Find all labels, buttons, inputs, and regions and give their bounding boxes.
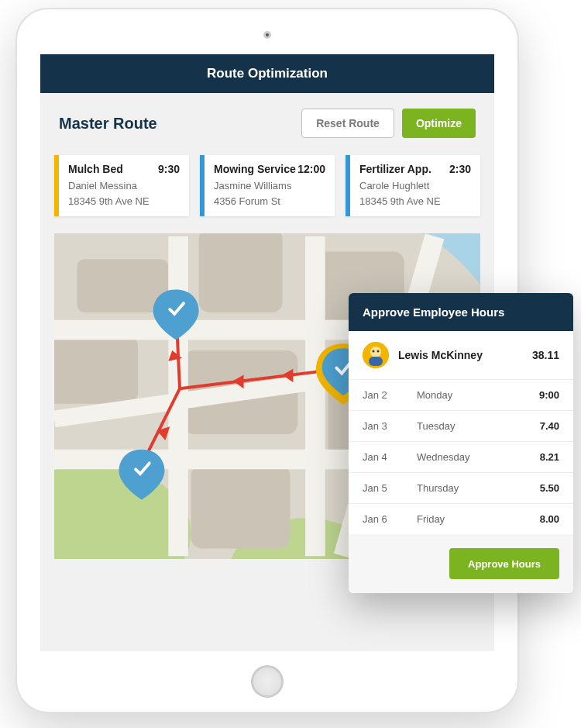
avatar xyxy=(363,342,389,368)
svg-rect-9 xyxy=(191,464,290,548)
approve-hours-card: Approve Employee Hours Lewis McKinney 38… xyxy=(349,293,573,593)
hours-date: Jan 5 xyxy=(363,482,417,494)
job-title: Fertilizer App. xyxy=(359,163,431,175)
hours-row[interactable]: Jan 6 Friday 8.00 xyxy=(349,504,573,534)
job-title: Mulch Bed xyxy=(68,163,123,175)
svg-point-23 xyxy=(370,347,381,357)
tablet-camera xyxy=(263,31,271,39)
approve-hours-title: Approve Employee Hours xyxy=(349,293,573,331)
job-card-row: Mulch Bed 9:30 Daniel Messina 18345 9th … xyxy=(40,138,494,216)
job-client: Jasmine Williams xyxy=(214,178,325,194)
hours-row[interactable]: Jan 5 Thursday 5.50 xyxy=(349,473,573,504)
svg-point-25 xyxy=(373,350,375,353)
hours-value: 8.00 xyxy=(540,513,559,525)
job-client: Daniel Messina xyxy=(68,178,180,194)
job-time: 12:00 xyxy=(297,163,325,175)
page-title: Route Optimization xyxy=(207,66,328,81)
tablet-home-button[interactable] xyxy=(251,665,284,698)
approve-hours-button[interactable]: Approve Hours xyxy=(449,548,559,579)
job-address: 4356 Forum St xyxy=(214,194,325,209)
hours-value: 9:00 xyxy=(539,389,559,401)
hours-value: 5.50 xyxy=(540,482,559,494)
toolbar: Master Route Reset Route Optimize xyxy=(40,93,494,138)
hours-value: 7.40 xyxy=(540,420,559,432)
svg-point-26 xyxy=(377,350,380,353)
job-time: 2:30 xyxy=(449,163,471,175)
svg-rect-13 xyxy=(305,236,325,557)
hours-row[interactable]: Jan 4 Wednesday 8.21 xyxy=(349,442,573,473)
optimize-button[interactable]: Optimize xyxy=(402,109,476,138)
hours-value: 8.21 xyxy=(540,451,559,463)
job-time: 9:30 xyxy=(158,163,180,175)
reset-route-button[interactable]: Reset Route xyxy=(301,109,394,138)
hours-day: Thursday xyxy=(417,482,540,494)
hours-day: Wednesday xyxy=(417,451,540,463)
hours-date: Jan 6 xyxy=(363,513,417,525)
job-address: 18345 9th Ave NE xyxy=(68,194,180,209)
svg-rect-4 xyxy=(54,335,138,403)
hours-list: Jan 2 Monday 9:00 Jan 3 Tuesday 7.40 Jan… xyxy=(349,380,573,534)
employee-row[interactable]: Lewis McKinney 38.11 xyxy=(349,331,573,380)
section-title: Master Route xyxy=(59,115,301,133)
job-card[interactable]: Fertilizer App. 2:30 Carole Hughlett 183… xyxy=(346,155,480,216)
app-header: Route Optimization xyxy=(40,54,494,93)
svg-rect-24 xyxy=(369,357,383,366)
approve-hours-footer: Approve Hours xyxy=(349,534,573,593)
hours-day: Friday xyxy=(417,513,540,525)
hours-day: Monday xyxy=(417,389,539,401)
hours-day: Tuesday xyxy=(417,420,540,432)
svg-rect-5 xyxy=(199,233,283,312)
employee-total: 38.11 xyxy=(532,349,559,361)
job-client: Carole Hughlett xyxy=(359,178,471,194)
job-title: Mowing Service xyxy=(214,163,296,175)
hours-date: Jan 3 xyxy=(363,420,417,432)
svg-point-21 xyxy=(163,297,187,321)
job-card[interactable]: Mulch Bed 9:30 Daniel Messina 18345 9th … xyxy=(54,155,189,216)
hours-date: Jan 4 xyxy=(363,451,417,463)
hours-row[interactable]: Jan 3 Tuesday 7.40 xyxy=(349,411,573,442)
hours-row[interactable]: Jan 2 Monday 9:00 xyxy=(349,380,573,411)
hours-date: Jan 2 xyxy=(363,389,417,401)
employee-name: Lewis McKinney xyxy=(398,349,532,361)
job-address: 18345 9th Ave NE xyxy=(359,194,471,209)
job-card[interactable]: Mowing Service 12:00 Jasmine Williams 43… xyxy=(200,155,335,216)
